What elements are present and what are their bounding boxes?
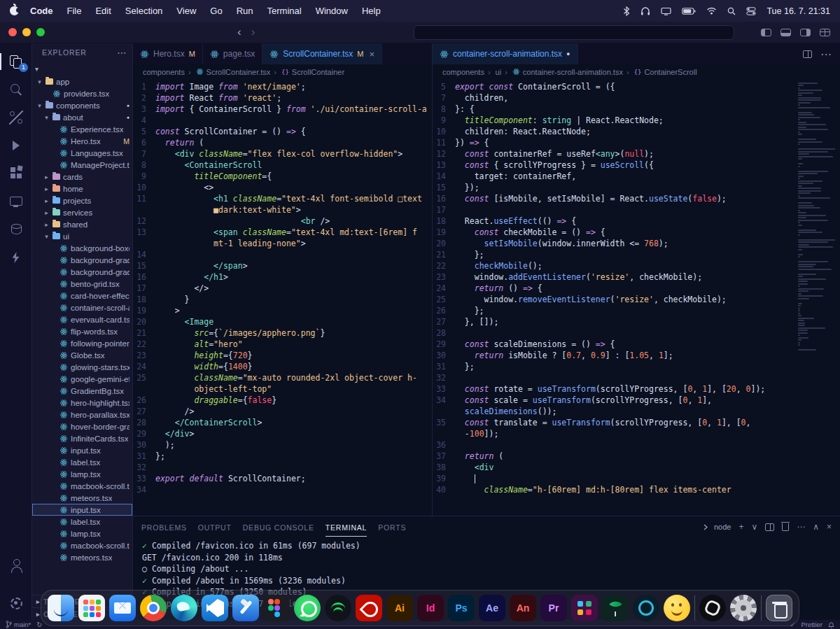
illustrator-icon[interactable]: Ai [386,595,413,621]
tab-ScrollContainer.tsx[interactable]: ScrollContainer.tsx M × [262,43,382,64]
kill-terminal-icon[interactable] [782,523,789,531]
file-hero-parallax.tsx[interactable]: hero-parallax.tsx [32,409,132,420]
folder-projects[interactable]: ▸ projects [32,195,132,206]
animate-icon[interactable]: An [510,595,536,621]
vscode-icon[interactable] [202,595,228,621]
file-macbook-scroll.tsx[interactable]: macbook-scroll.tsx [32,539,132,551]
chrome-icon[interactable] [140,595,167,621]
explorer-more-actions[interactable]: ⋯ [117,48,127,58]
toggle-primary-sidebar-icon[interactable] [761,29,771,36]
file-lamp.tsx[interactable]: lamp.tsx [32,528,132,539]
breadcrumb-segment[interactable]: › {} ContainerScroll [624,68,697,76]
menu-code[interactable]: Code [23,0,60,22]
split-terminal-icon[interactable] [765,523,774,531]
terminal-shell-label[interactable]: node [704,523,731,531]
file-label.tsx[interactable]: label.tsx [32,456,132,468]
customize-layout-icon[interactable] [820,29,830,36]
notifications-bell-icon[interactable] [828,621,834,628]
close-panel-icon[interactable]: × [827,522,832,532]
figma-icon[interactable] [263,595,290,621]
trash-icon[interactable] [766,595,792,621]
file-flip-words.tsx[interactable]: flip-words.tsx [32,325,132,337]
file-google-gemini-eff...[interactable]: google-gemini-eff... [32,373,132,385]
file-background-boxes...[interactable]: background-boxes... [32,242,132,254]
spotlight-search-icon[interactable] [727,7,736,15]
folder-cards[interactable]: ▸ cards [32,171,132,183]
search-icon[interactable] [0,76,31,104]
accounts-icon[interactable] [0,551,31,579]
file-meteors.tsx[interactable]: meteors.tsx [32,492,132,504]
remote-explorer-icon[interactable] [0,188,31,215]
whatsapp-icon[interactable] [294,595,321,621]
run-and-debug-icon[interactable] [0,132,31,160]
folder-shared[interactable]: ▸ shared [32,218,132,230]
finder-icon[interactable] [48,595,74,621]
docker-icon[interactable] [633,595,659,621]
forward-button[interactable]: › [246,22,260,42]
project-section-header[interactable]: ▾ [32,62,132,76]
file-Globe.tsx[interactable]: Globe.tsx [32,349,132,361]
file-hover-border-grad...[interactable]: hover-border-grad... [32,420,132,432]
chatgpt-icon[interactable] [699,595,726,621]
slack-icon[interactable] [571,595,598,621]
file-macbook-scroll.tsx[interactable]: macbook-scroll.tsx [32,480,132,492]
smiley-app-icon[interactable] [664,595,690,621]
control-center-icon[interactable] [746,7,756,15]
premiere-icon[interactable]: Pr [540,595,567,621]
file-input.tsx[interactable]: input.tsx [32,504,132,516]
mongodb-icon[interactable] [602,595,629,621]
extensions-icon[interactable] [0,160,31,188]
file-Experience.tsx[interactable]: Experience.tsx [32,123,132,135]
close-window-button[interactable] [8,28,17,36]
file-following-pointer.tsx[interactable]: following-pointer.tsx [32,337,132,349]
folder-app[interactable]: ▾ app [32,76,132,87]
explorer-icon[interactable]: 1 [0,48,31,76]
back-button[interactable]: ‹ [232,22,246,42]
editor-right[interactable]: 5 export const ContainerScroll = ({ 7 ch… [433,79,840,516]
display-mirroring-icon[interactable] [661,7,671,15]
spotify-icon[interactable] [325,595,351,621]
settings-icon[interactable] [730,595,757,621]
panel-more-actions-icon[interactable]: ⋯ [797,522,805,532]
menu-edit[interactable]: Edit [88,0,118,22]
menu-selection[interactable]: Selection [118,0,169,22]
file-InfiniteCards.tsx[interactable]: InfiniteCards.tsx [32,432,132,444]
toggle-panel-icon[interactable] [780,29,791,36]
file-hero-highlight.tsx[interactable]: hero-highlight.tsx [32,397,132,409]
apple-menu-icon[interactable] [10,6,19,15]
file-input.tsx[interactable]: input.tsx [32,444,132,456]
tab-page.tsx[interactable]: page.tsx [203,43,262,64]
editor-left[interactable]: 1 import Image from 'next/image'; 2 impo… [133,79,432,516]
menu-run[interactable]: Run [230,0,260,22]
folder-services[interactable]: ▸ services [32,206,132,218]
zoom-window-button[interactable] [36,28,45,36]
acrobat-icon[interactable] [356,595,382,621]
git-branch-item[interactable]: main* [6,621,31,628]
panel-tab-output[interactable]: OUTPUT [198,518,232,537]
file-lamp.tsx[interactable]: lamp.tsx [32,468,132,480]
tab-close-icon[interactable]: × [369,49,374,59]
indesign-icon[interactable]: Id [417,595,444,621]
thunder-client-icon[interactable] [0,243,31,271]
file-background-gradi...[interactable]: background-gradi... [32,266,132,278]
terminal-dropdown-icon[interactable]: ∨ [751,522,757,532]
formatter-status[interactable]: Prettier [801,621,822,628]
minimap[interactable] [795,81,839,511]
menu-file[interactable]: File [60,0,89,22]
breadcrumb-segment[interactable]: › {} ScrollContainer [272,68,344,76]
folder-about[interactable]: ▾ about ● [32,111,132,123]
after-effects-icon[interactable]: Ae [479,595,505,621]
maximize-panel-icon[interactable]: ∧ [813,522,819,532]
folder-ui[interactable]: ▾ ui [32,230,132,242]
file-ManageProject.tsx[interactable]: ManageProject.tsx [32,159,132,171]
file-meteors.tsx[interactable]: meteors.tsx [32,551,132,563]
menu-clock[interactable]: Tue 16. 7. 21:31 [766,6,830,16]
tab-Hero.tsx[interactable]: Hero.tsx M [133,43,203,64]
split-editor-icon[interactable] [803,50,812,58]
file-bento-grid.tsx[interactable]: bento-grid.tsx [32,278,132,290]
tab-container-scroll-animation.tsx[interactable]: container-scroll-animation.tsx ● [433,43,578,64]
battery-icon[interactable] [682,8,696,15]
minimize-window-button[interactable] [22,28,31,36]
wifi-icon[interactable] [706,7,717,15]
folder-components[interactable]: ▾ components ● [32,99,132,111]
